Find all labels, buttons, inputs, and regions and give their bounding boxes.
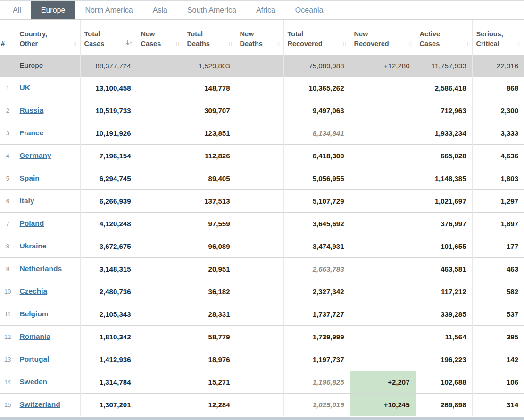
header-total-deaths[interactable]: Total Deaths↓↑ <box>183 19 236 55</box>
header-new-deaths[interactable]: New Deaths↓↑ <box>236 19 283 55</box>
country-link[interactable]: Sweden <box>20 378 48 386</box>
country-link[interactable]: Germany <box>20 151 51 159</box>
serious-critical-cell: 314 <box>472 393 524 416</box>
country-link[interactable]: Switzerland <box>20 400 60 408</box>
country-cell: Spain <box>16 167 80 189</box>
row-index <box>0 55 16 76</box>
header-label: Deaths <box>240 39 263 49</box>
new-cases-cell <box>137 235 183 257</box>
sort-icon[interactable]: ↓↑ <box>342 39 346 49</box>
total-cases-cell: 3,672,675 <box>80 235 137 257</box>
header-new-cases[interactable]: New Cases↓↑ <box>137 19 183 55</box>
header-total-recovered[interactable]: Total Recovered↓↑ <box>283 19 350 55</box>
header-label: Cases <box>84 39 105 49</box>
total-cases-cell: 2,480,736 <box>80 280 137 303</box>
sort-icon[interactable]: ↓↑ <box>73 39 76 49</box>
tab-asia[interactable]: Asia <box>143 1 177 19</box>
country-link[interactable]: Italy <box>20 197 34 205</box>
tab-all[interactable]: All <box>3 1 31 19</box>
sort-icon[interactable]: ↓↑ <box>276 39 280 49</box>
row-index: 1 <box>0 76 16 99</box>
total-deaths-cell: 137,513 <box>183 189 236 212</box>
tab-africa[interactable]: Africa <box>246 1 285 19</box>
tab-south-america[interactable]: South America <box>177 1 246 19</box>
serious-critical-cell: 1,803 <box>472 167 524 189</box>
country-link[interactable]: Russia <box>20 106 44 114</box>
new-cases-cell <box>137 257 183 280</box>
total-cases-cell: 88,377,724 <box>80 55 137 76</box>
new-deaths-cell <box>236 55 283 76</box>
row-index: 11 <box>0 303 16 325</box>
header-label: Other <box>20 39 38 49</box>
tab-north-america[interactable]: North America <box>75 1 142 19</box>
sort-icon[interactable]: ↓↑ <box>228 39 232 49</box>
new-deaths-cell <box>236 371 283 393</box>
header-label: New <box>240 29 280 39</box>
country-link[interactable]: Belgium <box>20 310 49 318</box>
serious-critical-cell: 463 <box>472 257 524 280</box>
sort-icon[interactable]: ↓↑ <box>516 39 520 49</box>
new-cases-cell <box>137 393 183 416</box>
active-cases-cell: 463,581 <box>416 257 472 280</box>
total-recovered-cell: 1,197,737 <box>283 348 350 371</box>
table-row: 10Czechia2,480,73636,1822,327,342117,212… <box>0 280 524 303</box>
row-index: 15 <box>0 393 16 416</box>
serious-critical-cell: 395 <box>472 325 524 348</box>
sort-desc-active-icon[interactable] <box>126 39 133 49</box>
header-serious-critical[interactable]: Serious, Critical↓↑ <box>472 19 524 55</box>
country-cell: Italy <box>16 189 80 212</box>
total-recovered-cell: 3,645,692 <box>283 212 350 235</box>
new-deaths-cell <box>236 393 283 416</box>
total-recovered-cell: 9,497,063 <box>283 99 350 122</box>
active-cases-cell: 376,997 <box>416 212 472 235</box>
total-deaths-cell: 12,284 <box>183 393 236 416</box>
country-link[interactable]: France <box>20 129 44 137</box>
new-recovered-cell <box>350 122 416 144</box>
table-row: 7Poland4,120,24897,5593,645,692376,9971,… <box>0 212 524 235</box>
new-recovered-cell: +2,207 <box>350 371 416 393</box>
country-link[interactable]: Portugal <box>20 355 50 363</box>
header-active-cases[interactable]: Active Cases↓↑ <box>416 19 472 55</box>
serious-critical-cell: 2,300 <box>472 99 524 122</box>
row-index: 10 <box>0 280 16 303</box>
new-cases-cell <box>137 189 183 212</box>
header-total-cases[interactable]: Total Cases <box>80 19 137 55</box>
tab-europe[interactable]: Europe <box>31 1 75 19</box>
country-link[interactable]: Poland <box>20 219 44 227</box>
serious-critical-cell: 1,897 <box>472 212 524 235</box>
total-cases-cell: 1,307,201 <box>80 393 137 416</box>
country-link[interactable]: Spain <box>20 174 40 182</box>
header-label: New <box>141 29 179 39</box>
country-link[interactable]: Netherlands <box>20 264 62 272</box>
country-link[interactable]: Czechia <box>20 287 48 295</box>
total-cases-cell: 3,148,315 <box>80 257 137 280</box>
total-deaths-cell: 20,951 <box>183 257 236 280</box>
country-link[interactable]: Romania <box>20 332 50 340</box>
header-label: # <box>1 39 5 49</box>
country-link[interactable]: UK <box>20 83 30 91</box>
total-deaths-cell: 18,976 <box>183 348 236 371</box>
new-cases-cell <box>137 55 183 76</box>
country-cell: Russia <box>16 99 80 122</box>
tab-oceania[interactable]: Oceania <box>285 1 333 19</box>
total-cases-cell: 7,196,154 <box>80 144 137 167</box>
new-recovered-cell: +12,280 <box>350 55 416 76</box>
row-index: 3 <box>0 122 16 144</box>
table-row: 9Netherlands3,148,31520,9512,663,783463,… <box>0 257 524 280</box>
horizontal-scrollbar[interactable] <box>0 417 524 420</box>
sort-icon[interactable]: ↓↑ <box>465 39 468 49</box>
row-index: 4 <box>0 144 16 167</box>
new-cases-cell <box>137 212 183 235</box>
country-link[interactable]: Ukraine <box>20 242 47 250</box>
sort-icon[interactable]: ↓↑ <box>408 39 412 49</box>
row-index: 2 <box>0 99 16 122</box>
new-deaths-cell <box>236 144 283 167</box>
totals-row-europe: Europe 88,377,724 1,529,803 75,089,988 +… <box>0 55 524 76</box>
sort-icon[interactable]: ↓↑ <box>175 39 179 49</box>
header-new-recovered[interactable]: New Recovered↓↑ <box>350 19 416 55</box>
new-cases-cell <box>137 371 183 393</box>
active-cases-cell: 1,148,385 <box>416 167 472 189</box>
total-recovered-cell: 1,737,727 <box>283 303 350 325</box>
header-country[interactable]: Country, Other↓↑ <box>16 19 80 55</box>
new-deaths-cell <box>236 280 283 303</box>
